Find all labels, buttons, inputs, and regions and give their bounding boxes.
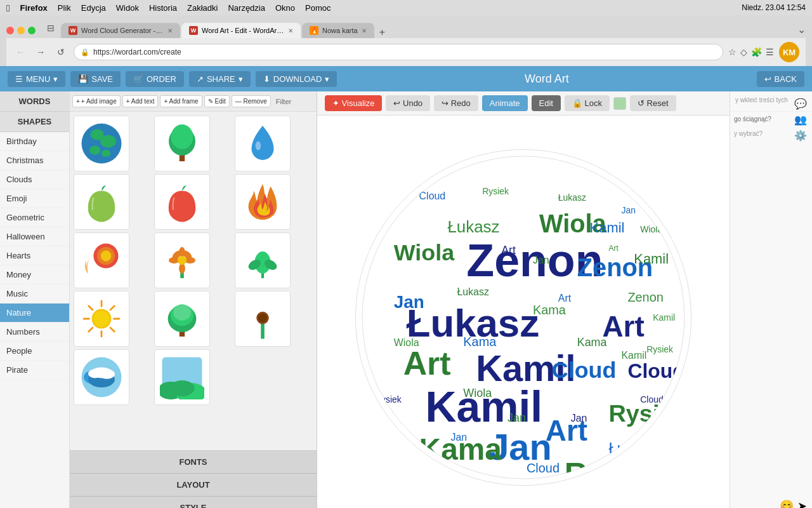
browser-tab-3[interactable]: 🔥 Nowa karta ✕ (302, 23, 374, 38)
filter-button[interactable]: Filter (273, 95, 294, 107)
order-button[interactable]: 🛒 ORDER (126, 71, 184, 87)
edit-button[interactable]: Edit (532, 95, 561, 111)
fonts-section[interactable]: FONTS (70, 451, 317, 474)
user-avatar[interactable]: KM (779, 42, 799, 62)
tabs-list-button[interactable]: ⌄ (797, 23, 806, 36)
shape-fireball[interactable] (74, 232, 129, 288)
tab2-close[interactable]: ✕ (288, 27, 293, 34)
people-icon[interactable]: 👥 (794, 114, 807, 126)
category-christmas[interactable]: Christmas (0, 151, 69, 170)
toolbar-actions: ☆ ◇ 🧩 ☰ (728, 47, 774, 57)
shape-apple-green[interactable] (74, 174, 129, 230)
shape-sprout[interactable] (235, 232, 291, 288)
shape-sky[interactable] (74, 349, 129, 405)
lock-button[interactable]: 🔒 Lock (565, 95, 610, 111)
menubar-narzedzia[interactable]: Narzędzia (228, 3, 265, 13)
add-frame-button[interactable]: + Add frame (160, 95, 202, 107)
shape-earth[interactable] (74, 116, 129, 171)
category-music[interactable]: Music (0, 284, 69, 304)
shape-flower1[interactable] (154, 232, 210, 288)
svg-text:Jan: Jan (533, 255, 549, 265)
animate-button[interactable]: Animate (482, 95, 528, 111)
browser-tab-1[interactable]: W Word Cloud Generator - WordA... ✕ (61, 23, 180, 38)
browser-tab-2[interactable]: W Word Art - Edit - WordArt.com ✕ (181, 23, 301, 38)
download-icon: ⬇ (263, 74, 270, 84)
sidebar-toggle[interactable]: ⊟ (42, 19, 60, 37)
menubar-edycja[interactable]: Edycja (81, 3, 106, 13)
add-image-button[interactable]: + + Add image (72, 95, 121, 107)
reset-button[interactable]: ↺ Reset (630, 95, 676, 111)
settings-icon[interactable]: ⚙️ (794, 130, 807, 142)
remove-button[interactable]: — Remove (232, 95, 271, 107)
edit-button[interactable]: ✎ Edit (204, 95, 230, 107)
tab1-close[interactable]: ✕ (167, 27, 173, 34)
word-cloud[interactable]: Zenon Łukasz Kamil Kamil Jan Art Art Art… (355, 149, 691, 486)
address-bar[interactable]: 🔒 https://wordart.com/create (74, 44, 723, 60)
category-people[interactable]: People (0, 342, 69, 361)
send-button[interactable]: ➤ (797, 499, 807, 508)
menubar-historia[interactable]: Historia (149, 3, 177, 13)
pocket-button[interactable]: ◇ (740, 47, 747, 57)
svg-text:Łukasz: Łukasz (608, 439, 657, 457)
category-geometric[interactable]: Geometric (0, 208, 69, 227)
apple-menu[interactable]:  (6, 3, 10, 13)
shape-sun[interactable] (74, 291, 129, 347)
back-button[interactable]: ← (13, 44, 28, 60)
undo-button[interactable]: ↩ Undo (386, 95, 430, 111)
category-birthday[interactable]: Birthday (0, 132, 69, 151)
shapes-header: SHAPES (0, 112, 69, 132)
download-button[interactable]: ⬇ DOWNLOAD ▾ (256, 71, 337, 87)
back-button[interactable]: ↩ BACK (757, 71, 804, 87)
forward-button[interactable]: → (33, 44, 48, 60)
reload-button[interactable]: ↺ (53, 44, 69, 60)
shape-fire[interactable] (235, 174, 291, 230)
chat-panel: y wkleić treści tych go ściągnąć? y wybr… (730, 91, 812, 508)
window-minimize[interactable] (17, 27, 25, 34)
menu-button[interactable]: ☰ MENU ▾ (8, 71, 65, 87)
category-halloween[interactable]: Halloween (0, 227, 69, 246)
words-header: WORDS (0, 91, 69, 112)
apple-red-svg (160, 180, 204, 224)
share-label: SHARE (207, 74, 235, 84)
shape-drop[interactable] (235, 116, 291, 171)
menu-button[interactable]: ☰ (766, 47, 774, 57)
category-emoji[interactable]: Emoji (0, 189, 69, 208)
category-numbers[interactable]: Numbers (0, 323, 69, 342)
redo-button[interactable]: ↪ Redo (434, 95, 478, 111)
tab3-icon: 🔥 (310, 26, 318, 35)
chat-icon[interactable]: 💬 (794, 98, 807, 110)
window-close[interactable] (6, 27, 14, 34)
shape-tree1[interactable] (154, 116, 210, 171)
category-hearts[interactable]: Hearts (0, 246, 69, 265)
browser-toolbar: ← → ↺ 🔒 https://wordart.com/create ☆ ◇ 🧩… (6, 38, 806, 66)
shape-hills[interactable] (154, 349, 210, 405)
layout-section[interactable]: LAYOUT (70, 474, 317, 497)
shape-sunflower[interactable] (235, 291, 291, 347)
add-text-button[interactable]: + Add text (122, 95, 159, 107)
visualize-button[interactable]: ✦ Visualize (325, 95, 382, 111)
save-button[interactable]: 💾 SAVE (70, 71, 121, 87)
bookmark-button[interactable]: ☆ (728, 47, 737, 57)
extensions-button[interactable]: 🧩 (751, 47, 762, 57)
menubar-plik[interactable]: Plik (58, 3, 71, 13)
shape-tree2[interactable] (154, 291, 210, 347)
shape-apple-red[interactable] (154, 174, 210, 230)
menubar-okno[interactable]: Okno (275, 3, 295, 13)
menubar-widok[interactable]: Widok (116, 3, 139, 13)
category-nature[interactable]: Nature (0, 304, 69, 323)
category-money[interactable]: Money (0, 265, 69, 284)
category-pirate[interactable]: Pirate (0, 361, 69, 380)
apple-green-svg (79, 180, 124, 224)
app-title: Word Art (342, 72, 751, 86)
emoji-button[interactable]: 😊 (780, 499, 794, 508)
menubar-zakladki[interactable]: Zakładki (187, 3, 218, 13)
color-swatch[interactable] (613, 97, 626, 110)
window-maximize[interactable] (28, 27, 36, 34)
style-section[interactable]: STYLE (70, 497, 317, 508)
tab3-close[interactable]: ✕ (362, 27, 367, 34)
menubar-pomoc[interactable]: Pomoc (305, 3, 331, 13)
new-tab-button[interactable]: + (376, 27, 389, 38)
menubar-firefox[interactable]: Firefox (20, 3, 47, 13)
category-clouds[interactable]: Clouds (0, 170, 69, 189)
share-button[interactable]: ↗ SHARE ▾ (189, 71, 251, 87)
